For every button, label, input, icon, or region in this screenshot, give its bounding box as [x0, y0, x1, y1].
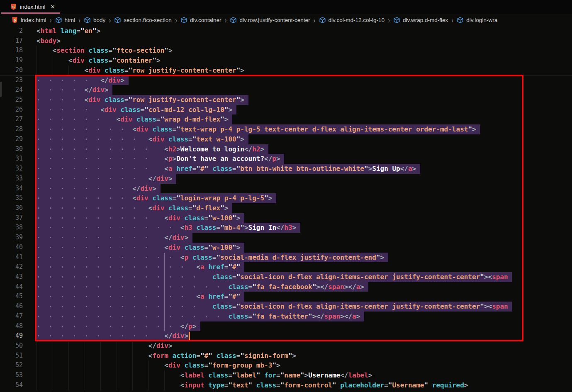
code-line-19[interactable]: 19 <div class="container"> [0, 56, 572, 66]
line-number[interactable]: 39 [0, 233, 23, 243]
line-number[interactable]: 48 [0, 321, 23, 331]
code-line-52[interactable]: 52 <div class="form-group mb-3"> [0, 360, 572, 370]
line-number[interactable]: 34 [0, 184, 23, 194]
code-line-25[interactable]: 25· · · · <div class="row justify-conten… [0, 95, 572, 105]
code-line-40[interactable]: 40· · · · · · · · · · <div class="w-100"… [0, 243, 572, 253]
code-line-47[interactable]: 47· · · · · · · · · · · · · · · · class=… [0, 312, 572, 321]
breadcrumb-item-div.container[interactable]: div.container [180, 17, 221, 24]
active-indent-guide [164, 302, 165, 312]
line-number[interactable]: 49 [0, 331, 23, 341]
line-number[interactable]: 32 [0, 164, 23, 174]
code-line-46[interactable]: 46· · · · · · · · · · · · · · class="soc… [0, 302, 572, 312]
line-number[interactable]: 45 [0, 292, 23, 302]
line-number[interactable]: 53 [0, 370, 23, 380]
code-line-20[interactable]: 20 <div class="row justify-content-cente… [0, 66, 572, 75]
line-number[interactable]: 54 [0, 380, 23, 390]
code-line-28[interactable]: 28· · · · · · · · <div class="text-wrap … [0, 124, 572, 134]
line-number[interactable]: 40 [0, 243, 23, 253]
code-editor[interactable]: 2<html lang="en">17<body>18 <section cla… [0, 26, 572, 392]
code-line-45[interactable]: 45· · · · · · · · · · · · · <a href="#" [0, 292, 572, 302]
chevron-right-icon: › [388, 15, 390, 24]
line-number[interactable]: 18 [0, 46, 23, 56]
code-line-44[interactable]: 44· · · · · · · · · · · · · · · · class=… [0, 282, 572, 292]
line-number[interactable]: 46 [0, 302, 23, 312]
line-number[interactable]: 35 [0, 193, 23, 203]
code-line-24[interactable]: 24· · · · </div> [0, 85, 572, 95]
line-number[interactable]: 43 [0, 272, 23, 282]
code-line-36[interactable]: 36· · · · · · · · · <div class="d-flex"> [0, 203, 572, 213]
code-line-50[interactable]: 50 </div> [0, 341, 572, 351]
line-number[interactable]: 52 [0, 360, 23, 370]
line-number[interactable]: 31 [0, 154, 23, 164]
line-number[interactable]: 25 [0, 95, 23, 105]
line-number[interactable]: 20 [0, 66, 23, 75]
code-text: · · · · · </div> [37, 75, 129, 85]
indent-guide [100, 380, 101, 390]
line-number[interactable]: 26 [0, 105, 23, 115]
line-number[interactable]: 19 [0, 56, 23, 66]
line-number[interactable]: 37 [0, 213, 23, 223]
code-text: <div class="container"> [37, 56, 161, 66]
breadcrumb-item-div.col-md-12.col-lg-10[interactable]: div.col-md-12.col-lg-10 [319, 17, 385, 24]
line-number[interactable]: 41 [0, 253, 23, 263]
code-line-33[interactable]: 33· · · · · · · · · </div> [0, 174, 572, 184]
code-line-49[interactable]: 49· · · · · · · · · · </div> [0, 331, 572, 341]
breadcrumb-item-div.wrap.d-md-flex[interactable]: div.wrap.d-md-flex [393, 17, 448, 24]
indent-guide [132, 341, 133, 351]
code-line-30[interactable]: 30· · · · · · · · · · <h2>Welcome to log… [0, 144, 572, 154]
breadcrumb-item-section.ftco-section[interactable]: section.ftco-section [114, 17, 172, 24]
line-number[interactable]: 24 [0, 85, 23, 95]
code-line-39[interactable]: 39· · · · · · · · · · </div> [0, 233, 572, 243]
line-number[interactable]: 28 [0, 124, 23, 134]
line-number[interactable]: 2 [0, 26, 23, 36]
line-number[interactable]: 23 [0, 75, 23, 85]
code-line-32[interactable]: 32· · · · · · · · · · <a href="#" class=… [0, 164, 572, 174]
line-number[interactable]: 44 [0, 282, 23, 292]
code-line-43[interactable]: 43· · · · · · · · · · · · · · class="soc… [0, 272, 572, 282]
code-line-27[interactable]: 27· · · · · · <div class="wrap d-md-flex… [0, 114, 572, 124]
whitespace-dots: · · · · · · · · · · [37, 243, 164, 251]
code-line-17[interactable]: 17<body> [0, 36, 572, 46]
chevron-right-icon: › [175, 15, 177, 24]
code-line-38[interactable]: 38· · · · · · · · · · · · <h3 class="mb-… [0, 223, 572, 233]
tab-close-icon[interactable]: ✕ [51, 4, 55, 10]
code-line-2[interactable]: 2<html lang="en"> [0, 26, 572, 36]
line-number[interactable]: 30 [0, 144, 23, 154]
code-line-48[interactable]: 48· · · · · · · · · · · · </p> [0, 321, 572, 331]
whitespace-dots: · · · · · · [37, 115, 117, 123]
code-line-53[interactable]: 53 <label class="label" for="name">Usern… [0, 370, 572, 380]
line-number[interactable]: 38 [0, 223, 23, 233]
code-line-42[interactable]: 42· · · · · · · · · · · · · <a href="#" [0, 262, 572, 272]
code-text: <div class="form-group mb-3"> [37, 360, 280, 370]
breadcrumb-item-body[interactable]: body [84, 17, 105, 24]
code-text: · · · · </div> [37, 85, 112, 95]
code-line-26[interactable]: 26· · · · · <div class="col-md-12 col-lg… [0, 105, 572, 115]
line-number[interactable]: 29 [0, 134, 23, 144]
code-line-51[interactable]: 51 <form action="#" class="signin-form"> [0, 351, 572, 361]
code-line-18[interactable]: 18 <section class="ftco-section"> [0, 46, 572, 56]
code-line-29[interactable]: 29· · · · · · · · · <div class="text w-1… [0, 134, 572, 144]
indent-guide [53, 341, 53, 351]
code-line-37[interactable]: 37· · · · · · · · · · <div class="w-100"… [0, 213, 572, 223]
line-number[interactable]: 27 [0, 114, 23, 124]
code-text: · · · · · · · · · · </div> [37, 331, 190, 341]
code-line-54[interactable]: 54 <input type="text" class="form-contro… [0, 380, 572, 390]
breadcrumb-item-div.login-wra[interactable]: div.login-wra [457, 17, 497, 24]
line-number[interactable]: 36 [0, 203, 23, 213]
code-line-23[interactable]: 23· · · · · </div> [0, 75, 572, 85]
breadcrumb-item-html[interactable]: html [55, 17, 75, 24]
line-number[interactable]: 51 [0, 351, 23, 361]
breadcrumb-item-div.row.justify-content-center[interactable]: div.row.justify-content-center [230, 17, 310, 24]
line-number[interactable]: 47 [0, 312, 23, 321]
line-number[interactable]: 42 [0, 262, 23, 272]
code-text: <label class="label" for="name">Username… [37, 370, 372, 380]
breadcrumb-item-index.html[interactable]: 5index.html [11, 17, 46, 24]
code-line-34[interactable]: 34· · · · · · · · </div> [0, 184, 572, 194]
tab-index-html[interactable]: 5 index.html ✕ [0, 0, 61, 14]
line-number[interactable]: 33 [0, 174, 23, 184]
code-line-31[interactable]: 31· · · · · · · · · · <p>Don't have an a… [0, 154, 572, 164]
code-line-35[interactable]: 35· · · · · · · · <div class="login-wrap… [0, 193, 572, 203]
line-number[interactable]: 50 [0, 341, 23, 351]
line-number[interactable]: 17 [0, 36, 23, 46]
code-line-41[interactable]: 41· · · · · · · · · · · · <p class="soci… [0, 253, 572, 263]
